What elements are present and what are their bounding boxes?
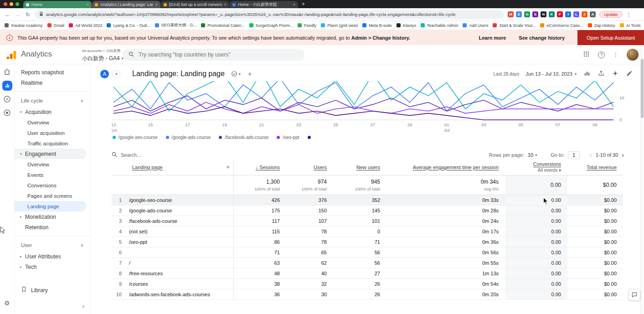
search-input[interactable]	[139, 51, 298, 58]
extension-grammar-icon[interactable]: G	[524, 11, 530, 17]
browser-tab-home[interactable]: Home×	[23, 1, 92, 8]
bookmark-surgegraph-premi[interactable]: SurgeGraph Premi...	[249, 23, 294, 28]
tab-close-icon[interactable]: ×	[87, 2, 89, 7]
reload-button-icon[interactable]: ↻	[25, 11, 31, 18]
sidebar-section-user[interactable]: User∧	[15, 239, 90, 251]
sidebar-item-user-acquisition[interactable]: User acquisition	[15, 128, 90, 138]
add-report-tab-button[interactable]: +	[248, 70, 252, 77]
admin-gear-icon[interactable]: ⚙	[4, 299, 10, 307]
feedback-button[interactable]	[629, 289, 640, 301]
sidebar-item-events[interactable]: Events	[15, 170, 90, 180]
avatar[interactable]	[627, 49, 639, 61]
bookmark-start-scale-your[interactable]: Start & Scale Your...	[493, 23, 536, 28]
table-search[interactable]: Search...	[112, 152, 141, 158]
account-switcher[interactable]: All accounts > 小白新势 Xiaobai Acade... 小白新…	[82, 48, 121, 62]
column-header-conversions[interactable]: ConversionsAll events ▾	[505, 159, 567, 175]
header-menu-icon[interactable]: ⋮	[613, 51, 618, 58]
sidebar-item-overview[interactable]: Overview	[15, 159, 90, 170]
address-bar[interactable]: analytics.google.com/analytics/web/?auth…	[35, 10, 504, 19]
column-header-users[interactable]: Users	[286, 159, 333, 175]
bookmark-feedly[interactable]: Feedly	[298, 23, 316, 28]
bookmark-add-users[interactable]: Add Users	[463, 23, 488, 28]
browser-tab-analytics-landing-page-land[interactable]: Analytics | Landing page: Land×	[92, 1, 160, 8]
column-header-landing-page[interactable]: Landing page+	[112, 159, 234, 175]
see-change-history-link[interactable]: See change history	[519, 35, 565, 41]
extension-pinterest-icon[interactable]: P	[557, 11, 563, 17]
home-icon[interactable]	[3, 68, 11, 77]
forward-button-icon[interactable]: →	[15, 11, 21, 18]
sidebar-item-pages-and-screens[interactable]: Pages and screens	[15, 190, 90, 201]
window-controls[interactable]	[0, 0, 23, 8]
analytics-search[interactable]	[122, 49, 304, 61]
insights-icon[interactable]	[611, 70, 619, 78]
sidebar-section-life-cycle[interactable]: Life cycle∧	[15, 95, 90, 107]
customize-chart-icon[interactable]	[583, 70, 591, 78]
report-saved-dropdown[interactable]: ▾	[231, 71, 241, 77]
extension-zapier-icon[interactable]: Z	[582, 11, 587, 17]
sidebar-item-traffic-acquisition[interactable]: Traffic acquisition	[15, 138, 90, 149]
rows-per-page-select[interactable]: 10▾	[528, 152, 537, 158]
sidebar-item-user-attributes[interactable]: ▸User Attributes	[15, 251, 90, 262]
help-icon[interactable]: ?	[598, 51, 605, 58]
edit-report-icon[interactable]	[625, 70, 633, 78]
extension-docs-icon[interactable]: D	[516, 11, 522, 17]
page-scrollbar[interactable]	[640, 45, 644, 314]
bookmark-promotional-calen[interactable]: Promotional Calen...	[201, 23, 245, 28]
bookmark-ai-tools[interactable]: AI Tools	[620, 23, 641, 28]
explore-icon[interactable]	[3, 95, 11, 104]
bookmark-xiaobai-academy[interactable]: Xiaobai Academy	[5, 23, 43, 28]
bookmark-meta-b-suite[interactable]: Meta B-suite	[362, 23, 392, 28]
new-tab-button[interactable]: +	[302, 1, 305, 7]
comparison-chip[interactable]: A	[100, 70, 109, 78]
bookmark-teachable-admin[interactable]: Teachable Admin	[421, 23, 459, 28]
column-header-sessions[interactable]: ↓ Sessions	[234, 159, 286, 175]
column-header-total-revenue[interactable]: Total revenue	[567, 159, 623, 175]
sidebar-item-landing-page[interactable]: Landing page	[15, 201, 86, 211]
window-zoom-button[interactable]	[15, 2, 19, 6]
sidebar-item-reports-snapshot[interactable]: Reports snapshot	[15, 67, 90, 77]
extension-meta-icon[interactable]: f	[565, 11, 571, 17]
bookmark-gmail[interactable]: Gmail	[47, 23, 65, 28]
update-button[interactable]: Update	[599, 11, 623, 18]
column-header-average-engagement-time-per-session[interactable]: Average engagement time per session	[386, 159, 505, 175]
extension-side-panel-icon[interactable]: A	[590, 11, 596, 17]
extension-notion-icon[interactable]: N	[541, 11, 546, 17]
learn-more-link[interactable]: Learn more	[479, 35, 506, 41]
bookmark-ecommerce-case[interactable]: eCommerce Case...	[540, 23, 583, 28]
advertising-icon[interactable]	[3, 109, 11, 118]
event-filter-dropdown[interactable]: All events ▾	[538, 168, 561, 173]
add-comparison-button[interactable]: +	[113, 70, 120, 78]
next-page-button[interactable]: ›	[622, 151, 624, 159]
date-range-selector[interactable]: Jun 13 - Jul 10, 2023▾	[526, 71, 577, 77]
extension-keyword-tool-icon[interactable]: K	[549, 11, 555, 17]
bookmark-zap-history[interactable]: Zap History	[588, 23, 615, 28]
tab-close-icon[interactable]: ×	[224, 2, 227, 7]
window-minimize-button[interactable]	[10, 2, 13, 6]
library-item[interactable]: Library	[21, 286, 48, 294]
browser-tab-ga4-set-up-a-scroll-conversi[interactable]: [GA4] Set up a scroll conversi×	[161, 1, 229, 8]
extension-gmail-icon[interactable]: M	[508, 11, 514, 17]
browser-tab-home[interactable]: Home - 小白新势学院×	[230, 1, 298, 8]
bookmark-ad-world-2022[interactable]: Ad World 2022	[69, 23, 102, 28]
sidebar-item-monetization[interactable]: ▸Monetization	[15, 211, 90, 222]
extension-seo-tool-icon[interactable]: S	[532, 11, 538, 17]
sidebar-item-retention[interactable]: Retention	[15, 222, 90, 232]
sidebar-item-acquisition[interactable]: ▾Acquisition	[15, 107, 90, 117]
sidebar-item-realtime[interactable]: Realtime	[15, 77, 90, 88]
bookmark-seo-g[interactable]: SEO课程大纲 - G...	[155, 22, 197, 28]
bookmark-lyang-co-outl[interactable]: Lyang & Co. - Outl...	[107, 23, 150, 28]
sidebar-item-overview[interactable]: Overview	[15, 117, 90, 128]
add-dimension-button[interactable]: +	[226, 164, 230, 170]
tab-close-icon[interactable]: ×	[155, 2, 158, 7]
window-close-button[interactable]	[4, 2, 7, 6]
apps-grid-icon[interactable]	[583, 51, 590, 59]
bookmark-klaviyo[interactable]: Klaviyo	[397, 23, 416, 28]
goto-page-input[interactable]	[568, 151, 580, 159]
extension-loom-icon[interactable]: L	[573, 11, 579, 17]
collapse-sidebar-button[interactable]: ‹	[82, 303, 84, 309]
share-icon[interactable]	[597, 70, 605, 78]
back-button-icon[interactable]: ←	[5, 11, 11, 18]
bookmark-plann-grid-view[interactable]: Plann (grid view)	[321, 23, 358, 28]
sidebar-item-engagement[interactable]: ▾Engagement	[15, 149, 86, 159]
tab-close-icon[interactable]: ×	[293, 2, 295, 7]
